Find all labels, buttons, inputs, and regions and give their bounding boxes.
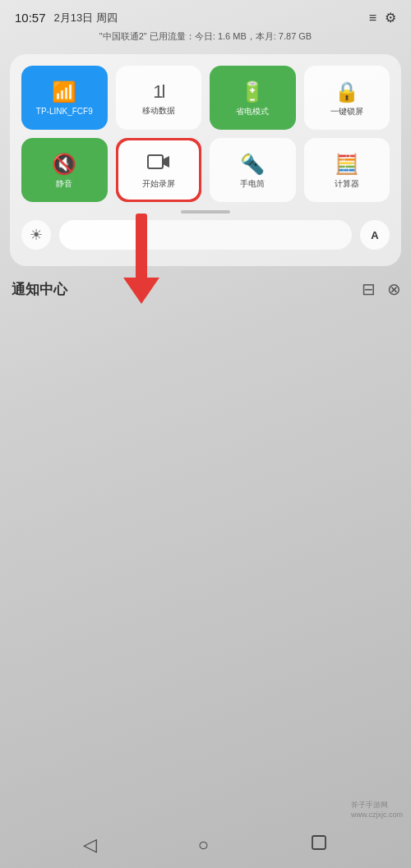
silent-icon: 🔇	[52, 153, 76, 176]
qs-tile-silent[interactable]: 🔇 静音	[21, 138, 108, 202]
notification-center-title: 通知中心	[12, 280, 67, 299]
nav-recent-button[interactable]	[310, 834, 328, 857]
mobile-data-icon: 1l	[153, 81, 164, 103]
settings-icon: ⚙	[385, 10, 396, 25]
quick-settings-panel: 📶 TP-LINK_FCF9 1l 移动数据 🔋 省电模式 🔒 一键锁屏 🔇 静…	[10, 54, 401, 266]
data-usage-bar: "中国联通2" 已用流量：今日: 1.6 MB，本月: 7.87 GB	[0, 29, 411, 49]
arrow-head	[123, 278, 159, 304]
data-usage-text: "中国联通2" 已用流量：今日: 1.6 MB，本月: 7.87 GB	[99, 31, 312, 41]
notification-center-header: 通知中心 ⊟ ⊗	[0, 271, 411, 302]
nav-bar: ◁ ○	[0, 822, 411, 868]
qs-tile-flashlight[interactable]: 🔦 手电筒	[210, 138, 296, 202]
qs-grid: 📶 TP-LINK_FCF9 1l 移动数据 🔋 省电模式 🔒 一键锁屏 🔇 静…	[21, 66, 390, 202]
qs-tile-screen-record[interactable]: 开始录屏	[116, 138, 202, 202]
brightness-icon: ☀	[21, 220, 51, 250]
svg-rect-0	[148, 155, 163, 168]
notif-manage-icon[interactable]: ⊟	[362, 279, 376, 299]
annotation-arrow	[123, 214, 159, 304]
power-save-icon: 🔋	[240, 80, 265, 103]
svg-marker-1	[163, 156, 169, 168]
silent-label: 静音	[56, 179, 72, 189]
wifi-icon: 📶	[52, 80, 76, 103]
status-right: ≡ ⚙	[369, 10, 396, 25]
watermark-site: www.czjxjc.com	[351, 811, 403, 819]
arrow-shaft	[136, 214, 147, 279]
notif-icon-group: ⊟ ⊗	[362, 279, 401, 299]
status-time: 10:57	[15, 11, 46, 25]
signal-icon: ≡	[369, 11, 376, 25]
screen-record-icon	[147, 153, 170, 176]
qs-tile-wifi[interactable]: 📶 TP-LINK_FCF9	[21, 66, 108, 130]
nav-home-button[interactable]: ○	[198, 834, 209, 856]
status-left: 10:57 2月13日 周四	[15, 11, 118, 25]
watermark: 斧子手游网 www.czjxjc.com	[351, 800, 403, 819]
brightness-slider[interactable]	[59, 220, 352, 250]
flashlight-icon: 🔦	[240, 153, 265, 176]
watermark-app: 斧子手游网	[351, 800, 403, 811]
flashlight-label: 手电筒	[240, 179, 265, 189]
calculator-icon: 🧮	[335, 153, 359, 176]
auto-brightness-button[interactable]: A	[360, 220, 390, 250]
qs-tile-lock-screen[interactable]: 🔒 一键锁屏	[304, 66, 390, 130]
qs-tile-calculator[interactable]: 🧮 计算器	[304, 138, 390, 202]
qs-tile-power-save[interactable]: 🔋 省电模式	[210, 66, 296, 130]
screen-record-label: 开始录屏	[142, 179, 175, 189]
power-save-label: 省电模式	[236, 107, 269, 117]
status-date: 2月13日 周四	[54, 11, 118, 25]
brightness-row: ☀ A	[21, 220, 390, 250]
wifi-label: TP-LINK_FCF9	[36, 107, 93, 117]
drag-handle-bar	[181, 210, 230, 214]
status-bar: 10:57 2月13日 周四 ≡ ⚙	[0, 0, 411, 29]
calculator-label: 计算器	[335, 179, 359, 189]
notif-clear-icon[interactable]: ⊗	[387, 279, 401, 299]
nav-back-button[interactable]: ◁	[83, 834, 97, 856]
lock-label: 一键锁屏	[330, 107, 363, 117]
qs-tile-mobile-data[interactable]: 1l 移动数据	[116, 66, 202, 130]
mobile-data-label: 移动数据	[142, 106, 175, 116]
drag-handle[interactable]	[21, 210, 390, 214]
lock-icon: 🔒	[335, 80, 359, 103]
